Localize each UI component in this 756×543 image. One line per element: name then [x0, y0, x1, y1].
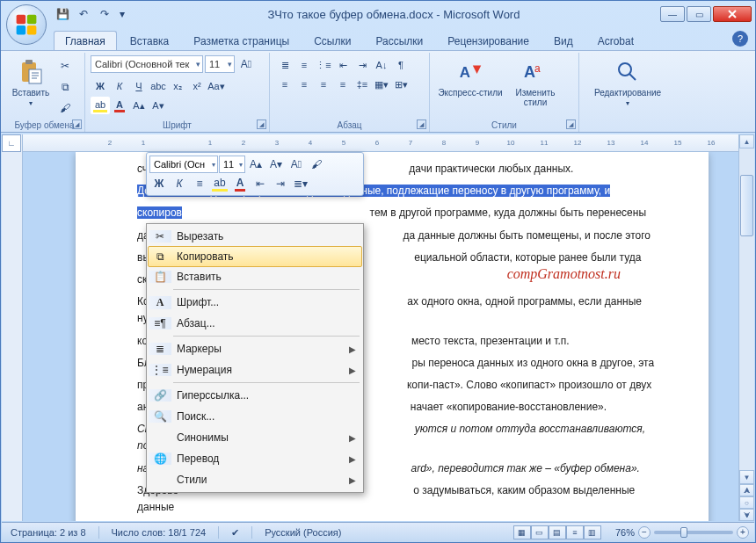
- minimize-button[interactable]: —: [660, 6, 685, 22]
- mini-format-painter[interactable]: 🖌: [307, 156, 326, 173]
- status-language[interactable]: Русский (Россия): [261, 527, 345, 538]
- zoom-out-button[interactable]: −: [638, 526, 651, 539]
- align-left-button[interactable]: ≡: [275, 76, 294, 93]
- clear-formatting-button[interactable]: Aͯ: [236, 54, 256, 74]
- mini-align-center[interactable]: ≡: [190, 175, 209, 192]
- mini-bold[interactable]: Ж: [149, 175, 169, 192]
- bold-button[interactable]: Ж: [91, 77, 110, 95]
- view-draft[interactable]: ▥: [584, 525, 601, 539]
- scroll-track[interactable]: [739, 148, 754, 470]
- office-button[interactable]: [6, 4, 47, 45]
- ctx-numbering[interactable]: ⋮≡ Нумерация ▶: [149, 359, 361, 380]
- view-print-layout[interactable]: ▦: [513, 525, 531, 539]
- mini-font-combo[interactable]: Calibri (Осн: [149, 156, 218, 173]
- status-word-count[interactable]: Число слов: 18/1 724: [108, 527, 210, 538]
- qat-redo-button[interactable]: ↷: [96, 5, 113, 23]
- mini-shrink-font[interactable]: A▾: [266, 156, 286, 173]
- tab-acrobat[interactable]: Acrobat: [586, 31, 645, 50]
- zoom-thumb[interactable]: [680, 527, 687, 538]
- underline-button[interactable]: Ч: [129, 77, 149, 95]
- ctx-font[interactable]: A Шрифт...: [149, 292, 361, 313]
- shading-button[interactable]: ▦▾: [372, 76, 391, 93]
- ctx-copy[interactable]: ⧉ Копировать: [148, 246, 362, 267]
- scroll-up-button[interactable]: ▲: [739, 134, 754, 148]
- copy-button[interactable]: ⧉: [55, 77, 75, 97]
- tab-references[interactable]: Ссылки: [302, 31, 362, 50]
- document-area[interactable]: считать_________________________________…: [23, 152, 738, 521]
- strikethrough-button[interactable]: abc: [149, 77, 168, 95]
- change-case-button[interactable]: Aa▾: [207, 77, 226, 95]
- clipboard-dialog-launcher[interactable]: ◢: [72, 119, 82, 129]
- styles-dialog-launcher[interactable]: ◢: [566, 119, 576, 129]
- numbering-button[interactable]: ≡: [294, 56, 314, 74]
- mini-grow-font[interactable]: A▴: [246, 156, 265, 173]
- vertical-scrollbar[interactable]: ▲ ▼ ⮝ ○ ⮟: [738, 134, 754, 521]
- superscript-button[interactable]: x²: [187, 77, 207, 95]
- sort-button[interactable]: A↓: [372, 56, 391, 74]
- zoom-slider[interactable]: [654, 531, 733, 534]
- prev-page-button[interactable]: ⮝: [739, 484, 754, 496]
- view-web-layout[interactable]: ▤: [549, 525, 566, 539]
- highlight-button[interactable]: ab: [91, 97, 110, 114]
- mini-styles[interactable]: Aͣ: [287, 156, 306, 173]
- cut-button[interactable]: ✂: [55, 56, 75, 76]
- bullets-button[interactable]: ≣: [275, 56, 294, 74]
- font-color-button[interactable]: A: [110, 97, 129, 114]
- tab-view[interactable]: Вид: [542, 31, 585, 50]
- browse-object-button[interactable]: ○: [739, 496, 754, 509]
- view-outline[interactable]: ≡: [566, 525, 584, 539]
- editing-button[interactable]: Редактирование ▾: [585, 54, 671, 132]
- horizontal-ruler[interactable]: 2112345678910111213141516171819: [23, 134, 738, 152]
- line-spacing-button[interactable]: ‡≡: [353, 76, 372, 93]
- zoom-level[interactable]: 76%: [615, 527, 635, 538]
- align-right-button[interactable]: ≡: [314, 76, 333, 93]
- close-button[interactable]: [713, 6, 752, 22]
- tab-insert[interactable]: Вставка: [119, 31, 181, 50]
- justify-button[interactable]: ≡: [333, 76, 353, 93]
- tab-home[interactable]: Главная: [54, 31, 117, 50]
- mini-highlight[interactable]: ab: [210, 175, 229, 192]
- mini-bullets[interactable]: ≣▾: [291, 175, 310, 192]
- maximize-button[interactable]: ▭: [687, 6, 711, 22]
- mini-italic[interactable]: К: [170, 175, 189, 192]
- increase-indent-button[interactable]: ⇥: [353, 56, 372, 74]
- tab-mailings[interactable]: Рассылки: [364, 31, 434, 50]
- scroll-down-button[interactable]: ▼: [739, 470, 754, 484]
- status-proofing[interactable]: ✔: [228, 527, 243, 539]
- ctx-bullets[interactable]: ≣ Маркеры ▶: [149, 338, 361, 359]
- subscript-button[interactable]: x₂: [168, 77, 187, 95]
- next-page-button[interactable]: ⮟: [739, 509, 754, 521]
- mini-font-color[interactable]: A: [230, 175, 250, 192]
- qat-save-button[interactable]: 💾: [54, 5, 71, 23]
- status-page[interactable]: Страница: 2 из 8: [7, 527, 90, 538]
- ctx-paragraph[interactable]: ≡¶ Абзац...: [149, 313, 361, 334]
- scroll-thumb[interactable]: [740, 175, 753, 236]
- multilevel-list-button[interactable]: ⋮≡: [314, 56, 333, 74]
- ctx-lookup[interactable]: 🔍 Поиск...: [149, 406, 361, 427]
- mini-decrease-indent[interactable]: ⇤: [251, 175, 270, 192]
- help-button[interactable]: ?: [732, 31, 748, 47]
- tab-review[interactable]: Рецензирование: [436, 31, 541, 50]
- tab-page-layout[interactable]: Разметка страницы: [182, 31, 301, 50]
- font-name-combo[interactable]: Calibri (Основной тек: [91, 55, 203, 73]
- ctx-paste[interactable]: 📋 Вставить: [149, 266, 361, 287]
- paragraph-dialog-launcher[interactable]: ◢: [417, 119, 426, 129]
- mini-increase-indent[interactable]: ⇥: [271, 175, 290, 192]
- ctx-styles[interactable]: Стили ▶: [149, 469, 361, 490]
- qat-undo-button[interactable]: ↶: [75, 5, 92, 23]
- view-full-screen[interactable]: ▭: [531, 525, 549, 539]
- qat-customize-button[interactable]: ▾: [117, 5, 127, 23]
- mini-size-combo[interactable]: 11: [219, 156, 245, 173]
- align-center-button[interactable]: ≡: [294, 76, 314, 93]
- borders-button[interactable]: ⊞▾: [391, 76, 411, 93]
- ctx-cut[interactable]: ✂ Вырезать: [149, 226, 361, 247]
- ctx-translate[interactable]: 🌐 Перевод ▶: [149, 448, 361, 469]
- tab-selector[interactable]: ∟: [2, 134, 21, 152]
- grow-font-button[interactable]: A▴: [129, 97, 149, 114]
- format-painter-button[interactable]: 🖌: [55, 98, 75, 118]
- zoom-in-button[interactable]: +: [737, 526, 749, 539]
- decrease-indent-button[interactable]: ⇤: [333, 56, 353, 74]
- font-size-combo[interactable]: 11: [205, 55, 235, 73]
- italic-button[interactable]: К: [110, 77, 129, 95]
- show-marks-button[interactable]: ¶: [391, 56, 411, 74]
